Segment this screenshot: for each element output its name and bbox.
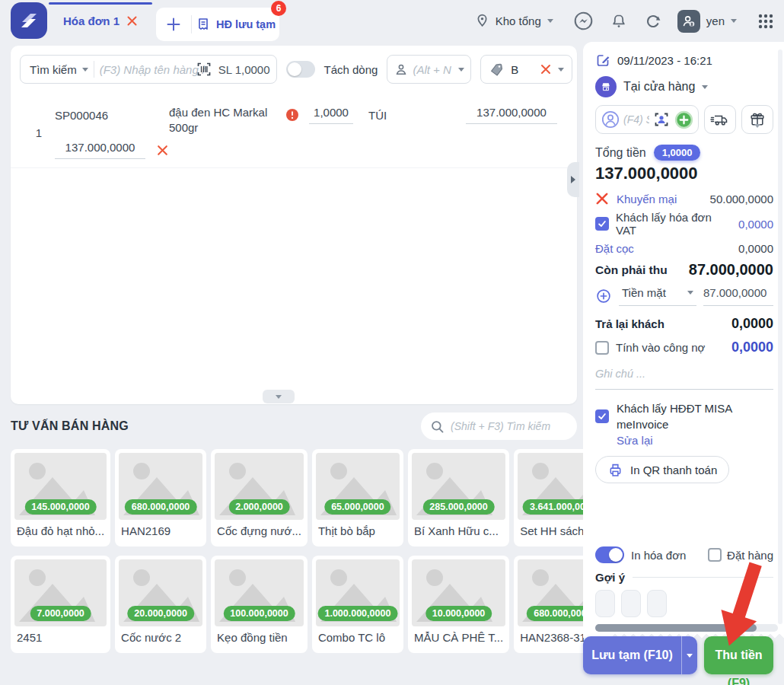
collapse-panel-button[interactable] [263, 390, 295, 403]
payment-method-dropdown[interactable]: Tiền mặt [619, 286, 696, 306]
product-card[interactable]: 680.000,0000 HAN2169 [115, 449, 206, 546]
line-amount-input[interactable]: 137.000,0000 [55, 141, 145, 159]
product-card[interactable]: 20.000,0000 Cốc nước 2 [115, 556, 206, 653]
product-card[interactable]: 10.000,0000 MẪU CÀ PHÊ T... [408, 556, 509, 653]
product-search-field[interactable]: Tìm kiếm (F3) Nhập tên hàng hó SL 1,0000 [20, 55, 277, 84]
save-draft-dropdown[interactable] [681, 636, 697, 674]
chevron-down-icon[interactable] [558, 68, 564, 72]
save-draft-button[interactable]: Lưu tạm (F10) [583, 636, 681, 674]
invoice-datetime: 09/11/2023 - 16:21 [617, 54, 712, 67]
gift-button[interactable] [741, 105, 773, 134]
print-invoice-toggle[interactable] [595, 546, 624, 563]
add-payment-icon[interactable] [595, 288, 612, 304]
promotion-value: 50.000,0000 [710, 193, 773, 206]
suggestion-amount-pill[interactable] [647, 590, 667, 617]
note-field[interactable]: Ghi chú ... [595, 367, 773, 390]
product-price-badge: 20.000,0000 [127, 606, 194, 621]
amount-due-row: Còn phải thu 87.000,0000 [595, 261, 773, 279]
chevron-down-icon [687, 654, 693, 658]
customer-search-field[interactable]: (F4) SĐ [595, 105, 699, 134]
app-logo-icon [11, 2, 47, 39]
draft-count-badge: 6 [271, 1, 286, 16]
product-card[interactable]: 65.000,0000 Thịt bò bắp [312, 449, 403, 546]
tab-draft-invoices[interactable]: HĐ lưu tạm [192, 17, 279, 32]
invoice-cart-panel: Tìm kiếm (F3) Nhập tên hàng hó SL 1,0000… [11, 46, 577, 404]
product-card[interactable]: 2.000,0000 Cốc đựng nướ... [211, 449, 308, 546]
edit-date-icon[interactable] [595, 53, 610, 68]
split-line-toggle[interactable] [286, 61, 315, 78]
chevron-down-icon[interactable] [754, 128, 760, 141]
quantity-input[interactable]: 1,0000 [309, 106, 353, 124]
einvoice-checkbox[interactable] [595, 409, 609, 423]
debt-label: Tính vào công nợ [616, 341, 705, 354]
print-invoice-label: In hóa đơn [631, 549, 686, 562]
delete-row-icon[interactable] [156, 144, 169, 157]
consult-search-field[interactable]: (Shift + F3) Tìm kiếm [421, 413, 577, 440]
product-price-badge: 2.000,0000 [228, 499, 290, 515]
debt-checkbox[interactable] [595, 341, 609, 355]
payment-amount-input[interactable]: 87.000,0000 [703, 286, 773, 306]
close-tab-icon[interactable] [126, 15, 138, 27]
delivery-button[interactable] [704, 105, 736, 134]
product-price-badge: 65.000,0000 [324, 499, 391, 515]
search-mode-label: Tìm kiếm [30, 63, 77, 76]
promotion-link[interactable]: Khuyến mại [617, 193, 677, 206]
user-menu[interactable]: yen [700, 14, 737, 27]
product-card-name: HAN2169 [115, 520, 206, 537]
member-search-input[interactable]: (Alt + N [413, 63, 454, 76]
new-invoice-tab-button[interactable] [156, 8, 191, 41]
toggle-knob [288, 62, 301, 76]
unit-price-input[interactable]: 137.000,0000 [466, 106, 557, 124]
print-invoice-row: In hóa đơn Đặt hàng [595, 546, 773, 563]
product-card[interactable]: 7.000,0000 2451 [11, 556, 110, 653]
sync-refresh-icon[interactable] [644, 12, 662, 30]
product-price-badge: 100.000,0000 [223, 606, 295, 621]
panel-expand-handle[interactable] [567, 162, 579, 197]
print-qr-button[interactable]: In QR thanh toán [595, 456, 729, 483]
location-pin-icon [474, 13, 490, 29]
clear-tag-icon[interactable] [540, 63, 552, 75]
sale-channel-label: Tại cửa hàng [623, 80, 695, 94]
product-card-name: Cốc nước 2 [115, 626, 206, 644]
split-line-label: Tách dòng [324, 63, 378, 76]
product-card[interactable]: 145.000,0000 Đậu đỏ hạt nhỏ... [11, 449, 110, 546]
sales-consult-section: TƯ VẤN BÁN HÀNG (Shift + F3) Tìm kiếm 14… [11, 412, 577, 653]
tag-filter-field[interactable]: B [480, 55, 572, 84]
cashier-avatar[interactable] [677, 10, 700, 33]
face-scan-icon[interactable] [652, 110, 671, 129]
row-index: 1 [23, 126, 55, 139]
chevron-down-icon[interactable] [458, 68, 464, 72]
product-card[interactable]: 100.000,0000 Kẹo đồng tiền [211, 556, 308, 653]
note-input[interactable]: Ghi chú ... [595, 368, 645, 380]
apps-grid-icon[interactable] [757, 12, 775, 30]
tab-invoice-1[interactable]: Hóa đơn 1 [49, 0, 152, 42]
app-logo[interactable] [11, 2, 47, 39]
suggestion-amount-pill[interactable] [621, 590, 641, 617]
change-label: Trả lại khách [595, 317, 664, 330]
barcode-scan-icon[interactable] [195, 60, 213, 78]
suggestion-amount-pill[interactable] [595, 590, 615, 617]
chevron-down-icon [687, 291, 693, 295]
edit-einvoice-link[interactable]: Sửa lại [617, 434, 773, 447]
payment-method-row: Tiền mặt 87.000,0000 [595, 286, 773, 306]
warehouse-selector[interactable]: Kho tổng [474, 13, 553, 29]
sale-channel-selector[interactable]: Tại cửa hàng [595, 76, 773, 97]
product-card[interactable]: 1.000.000,0000 Combo TC lô [312, 556, 403, 653]
customer-search-input[interactable]: (F4) SĐ [623, 113, 649, 126]
member-search-field[interactable]: (Alt + N [387, 55, 471, 84]
vat-checkbox[interactable] [595, 217, 609, 231]
order-checkbox[interactable] [708, 548, 722, 562]
deposit-link[interactable]: Đặt cọc [595, 242, 634, 255]
chevron-down-icon[interactable] [82, 68, 88, 72]
messenger-icon[interactable] [573, 11, 594, 31]
consult-search-input[interactable]: (Shift + F3) Tìm kiếm [451, 420, 550, 432]
total-label: Tổng tiền [595, 146, 646, 160]
notification-bell-icon[interactable] [610, 12, 628, 30]
product-card-name: Kẹo đồng tiền [211, 626, 308, 644]
product-search-input[interactable]: (F3) Nhập tên hàng hó [100, 63, 205, 76]
product-card[interactable]: 285.000,0000 Bí Xanh Hữu c... [408, 449, 509, 546]
add-customer-icon[interactable] [674, 110, 694, 130]
product-name: đậu đen HC Markal 500gr [169, 97, 274, 136]
remove-promotion-icon[interactable] [595, 192, 609, 206]
product-card-name: MẪU CÀ PHÊ T... [408, 626, 509, 644]
